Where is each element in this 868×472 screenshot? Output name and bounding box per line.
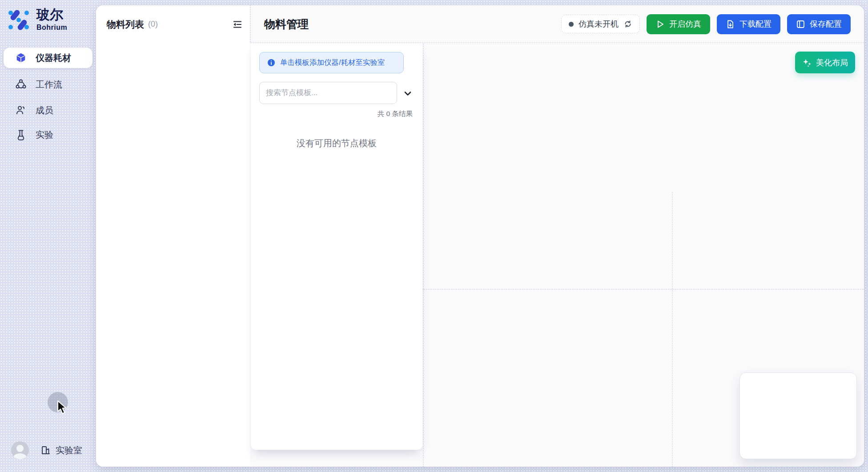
building-icon xyxy=(40,444,52,456)
page-header: 物料管理 仿真未开机 xyxy=(250,5,864,43)
template-result-count: 共 0 条结果 xyxy=(378,109,413,119)
cube-icon xyxy=(15,52,27,64)
header-actions: 仿真未开机 开启仿真 xyxy=(561,14,851,34)
brand-logo: 玻尔 Bohrium xyxy=(7,8,67,32)
brand-name-zh: 玻尔 xyxy=(36,8,67,21)
sidebar-item-instruments[interactable]: 仪器耗材 xyxy=(4,48,92,68)
material-list-panel: 物料列表 (0) xyxy=(96,5,250,467)
lab-switcher-label[interactable]: 实验室 xyxy=(56,444,82,456)
page-title: 物料管理 xyxy=(264,17,309,32)
template-search-input[interactable] xyxy=(259,82,397,104)
brand-name-en: Bohrium xyxy=(36,24,67,32)
material-list-count: (0) xyxy=(148,20,158,29)
template-hint-banner: 单击模板添加仪器/耗材至实验室 xyxy=(259,52,404,73)
mouse-cursor xyxy=(56,400,68,415)
template-empty-text: 没有可用的节点模板 xyxy=(251,137,422,149)
workflow-icon xyxy=(15,79,27,90)
sidebar-item-experiment[interactable]: 实验 xyxy=(4,124,92,145)
download-config-button[interactable]: 下载配置 xyxy=(717,14,780,34)
canvas-guide-horizontal xyxy=(423,289,864,290)
sidebar-item-label: 实验 xyxy=(36,129,53,141)
bohrium-logo-icon xyxy=(7,8,30,32)
save-icon xyxy=(796,20,805,29)
save-config-button[interactable]: 保存配置 xyxy=(787,14,851,34)
file-download-icon xyxy=(726,20,735,29)
simulation-status-pill: 仿真未开机 xyxy=(561,15,640,33)
sidebar-item-label: 成员 xyxy=(36,104,53,116)
canvas-minimap[interactable] xyxy=(739,372,857,459)
template-hint-text: 单击模板添加仪器/耗材至实验室 xyxy=(280,58,385,68)
beautify-layout-button[interactable]: 美化布局 xyxy=(795,52,855,73)
main-window: 物料列表 (0) 物料管理 仿真未开机 xyxy=(96,5,864,467)
info-icon xyxy=(267,59,275,67)
play-icon xyxy=(655,20,665,29)
sidebar-item-label: 工作流 xyxy=(36,79,62,91)
refresh-icon[interactable] xyxy=(623,20,632,28)
collapse-panel-icon[interactable] xyxy=(232,19,243,30)
simulation-status-text: 仿真未开机 xyxy=(579,19,619,29)
sidebar-item-label: 仪器耗材 xyxy=(36,52,71,64)
canvas-guide-vertical xyxy=(672,192,673,467)
sidebar-footer: 实验室 xyxy=(0,439,96,461)
experiment-icon xyxy=(15,129,27,140)
start-simulation-button[interactable]: 开启仿真 xyxy=(647,14,710,34)
sidebar-item-workflow[interactable]: 工作流 xyxy=(4,74,92,95)
members-icon xyxy=(15,104,27,116)
material-list-title: 物料列表 xyxy=(107,18,144,31)
canvas-guide-vertical xyxy=(423,43,424,467)
material-list-header: 物料列表 (0) xyxy=(96,5,250,43)
sparkles-icon xyxy=(802,58,812,68)
status-dot-icon xyxy=(569,22,574,27)
sidebar-item-members[interactable]: 成员 xyxy=(4,100,92,120)
chevron-down-icon[interactable] xyxy=(402,88,414,99)
avatar[interactable] xyxy=(11,441,29,459)
node-template-card: 单击模板添加仪器/耗材至实验室 共 0 条结果 没有可用的节点模板 xyxy=(251,43,422,450)
